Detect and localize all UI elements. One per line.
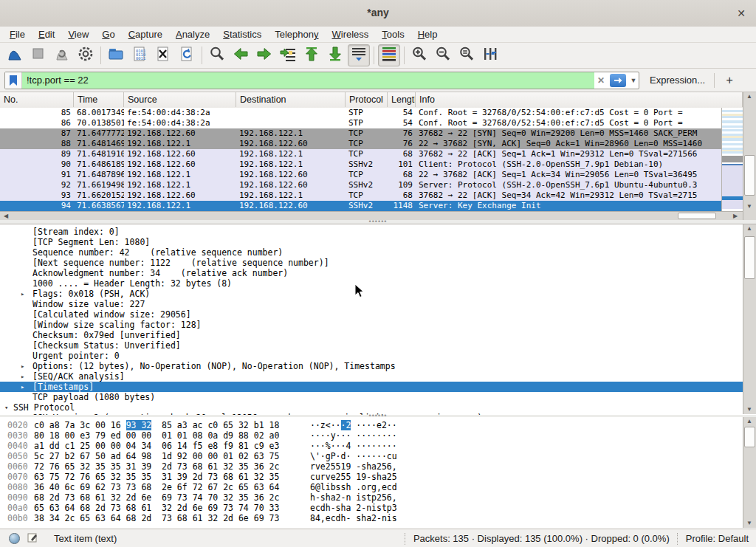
column-header-source[interactable]: Source: [124, 92, 236, 107]
menu-capture[interactable]: Capture: [122, 27, 169, 41]
packet-list-vscrollbar[interactable]: ▲ ▼: [743, 92, 756, 220]
scroll-thumb[interactable]: [678, 213, 716, 219]
bytes-vscrollbar[interactable]: ▲ ▼: [743, 417, 756, 528]
hex-bytes[interactable]: 63 75 72 76 65 32 35 35 31 39 2d 73 68 6…: [34, 472, 279, 482]
detail-line[interactable]: Urgent pointer: 0: [0, 351, 743, 361]
scroll-thumb[interactable]: [744, 236, 755, 279]
detail-line[interactable]: ▸Options: (12 bytes), No-Operation (NOP)…: [0, 361, 743, 371]
hex-bytes[interactable]: 38 34 2c 65 63 64 68 2d 73 68 61 32 2d 6…: [34, 513, 279, 523]
scroll-thumb[interactable]: [744, 155, 755, 196]
column-header-length[interactable]: Length: [388, 92, 416, 107]
packet-row-94[interactable]: 9471.663856741192.168.122.1192.168.122.6…: [0, 201, 721, 211]
menu-telephony[interactable]: Telephony: [268, 27, 325, 41]
detail-line[interactable]: Sequence number: 42 (relative sequence n…: [0, 247, 743, 258]
hex-row-0050[interactable]: 00505c 27 b2 67 50 ad 64 98 1d 92 00 00 …: [0, 451, 743, 461]
hex-row-0080[interactable]: 008036 40 6c 69 62 73 73 68 2e 6f 72 67 …: [0, 482, 743, 492]
hex-ascii[interactable]: ···%···4 ········: [310, 441, 397, 451]
stop-capture-button[interactable]: [27, 44, 49, 66]
detail-line[interactable]: ▸[SEQ/ACK analysis]: [0, 371, 743, 382]
restart-capture-button[interactable]: [51, 44, 73, 66]
hex-bytes[interactable]: 72 76 65 32 35 35 31 39 2d 73 68 61 32 3…: [34, 461, 279, 472]
hex-ascii[interactable]: 84,ecdh- sha2-nis: [310, 513, 397, 523]
capture-options-button[interactable]: [75, 44, 97, 66]
capture-comment-icon[interactable]: [27, 532, 38, 545]
reload-file-button[interactable]: [176, 44, 198, 66]
zoom-out-button[interactable]: [432, 44, 454, 66]
hex-ascii[interactable]: \'·gP·d· ······cu: [310, 451, 397, 461]
detail-line[interactable]: [Calculated window size: 29056]: [0, 309, 743, 320]
hex-ascii[interactable]: rve25519 -sha256,: [310, 461, 397, 472]
save-file-button[interactable]: 010101100011: [128, 44, 151, 66]
hex-row-00b0[interactable]: 00b038 34 2c 65 63 64 68 2d 73 68 61 32 …: [0, 513, 743, 523]
packet-row-91[interactable]: 9171.648789678192.168.122.1192.168.122.6…: [0, 170, 721, 180]
hex-row-0060[interactable]: 006072 76 65 32 35 35 31 39 2d 73 68 61 …: [0, 461, 743, 472]
hex-ascii[interactable]: curve255 19-sha25: [310, 472, 397, 482]
filter-bookmark-button[interactable]: [5, 72, 22, 89]
detail-line[interactable]: [Stream index: 0]: [0, 227, 743, 237]
menu-wireless[interactable]: Wireless: [326, 27, 376, 41]
go-first-button[interactable]: [300, 44, 323, 66]
hex-ascii[interactable]: 6@libssh .org,ecd: [310, 482, 397, 492]
detail-line[interactable]: Checksum: 0x79ed [unverified]: [0, 330, 743, 340]
detail-line[interactable]: ▾SSH Protocol: [0, 402, 743, 413]
hex-bytes[interactable]: a1 dd c1 25 00 00 04 34 06 14 f5 e8 f9 8…: [34, 441, 279, 451]
start-capture-button[interactable]: [4, 44, 26, 66]
menu-tools[interactable]: Tools: [375, 27, 410, 41]
clear-filter-icon[interactable]: ✕: [594, 75, 608, 86]
close-file-button[interactable]: [152, 44, 174, 66]
scroll-up-icon[interactable]: ▲: [743, 224, 755, 233]
menu-go[interactable]: Go: [95, 27, 121, 41]
go-forward-button[interactable]: [253, 44, 275, 66]
expert-info-icon[interactable]: [9, 533, 20, 544]
expression-button[interactable]: Expression...: [650, 75, 705, 86]
hex-row-0040[interactable]: 0040a1 dd c1 25 00 00 04 34 06 14 f5 e8 …: [0, 441, 743, 451]
detail-line[interactable]: [Next sequence number: 1122 (relative se…: [0, 258, 743, 268]
scroll-down-icon[interactable]: ▼: [743, 519, 755, 528]
resize-columns-button[interactable]: [479, 44, 501, 66]
close-window-button[interactable]: ✕: [734, 6, 749, 21]
hex-bytes[interactable]: 80 18 00 e3 79 ed 00 00 01 01 08 0a d9 8…: [34, 430, 279, 441]
column-header-protocol[interactable]: Protocol: [346, 92, 388, 107]
scroll-down-icon[interactable]: ▼: [743, 405, 755, 414]
filter-dropdown-caret-icon[interactable]: ▼: [628, 77, 639, 84]
scroll-up-icon[interactable]: ▲: [743, 417, 755, 426]
expanded-arrow-icon[interactable]: ▾: [4, 402, 8, 413]
status-profile[interactable]: Profile: Default: [686, 533, 749, 544]
hex-bytes[interactable]: 36 40 6c 69 62 73 73 68 2e 6f 72 67 2c 6…: [34, 482, 279, 492]
hex-ascii[interactable]: ecdh-sha 2-nistp3: [310, 503, 397, 513]
go-last-button[interactable]: [324, 44, 346, 66]
hex-row-00a0[interactable]: 00a065 63 64 68 2d 73 68 61 32 2d 6e 69 …: [0, 503, 743, 513]
detail-line[interactable]: [TCP Segment Len: 1080]: [0, 237, 743, 247]
details-vscrollbar[interactable]: ▲ ▼: [743, 224, 756, 414]
display-filter-input[interactable]: [22, 72, 594, 89]
menu-file[interactable]: File: [3, 27, 32, 41]
detail-line[interactable]: Window size value: 227: [0, 299, 743, 309]
hex-ascii[interactable]: h-sha2-n istp256,: [310, 492, 397, 503]
detail-line[interactable]: [Window size scaling factor: 128]: [0, 320, 743, 330]
hex-bytes[interactable]: c0 a8 7a 3c 00 16 93 32 85 a3 ac c0 65 3…: [34, 420, 279, 430]
packet-row-85[interactable]: 8568.001734936fe:54:00:d4:38:2aSTP54Conf…: [0, 108, 721, 118]
hex-bytes[interactable]: 65 63 64 68 2d 73 68 61 32 2d 6e 69 73 7…: [34, 503, 279, 513]
hex-row-0020[interactable]: 0020c0 a8 7a 3c 00 16 93 32 85 a3 ac c0 …: [0, 420, 743, 430]
hex-ascii[interactable]: ··z<···2 ····e2··: [310, 420, 397, 430]
packet-row-93[interactable]: 9371.662015274192.168.122.60192.168.122.…: [0, 190, 721, 201]
open-file-button[interactable]: [105, 44, 127, 66]
packet-row-87[interactable]: 8771.647777234192.168.122.60192.168.122.…: [0, 128, 721, 139]
colorize-button[interactable]: [378, 44, 400, 66]
go-back-button[interactable]: [230, 44, 252, 66]
find-packet-button[interactable]: [206, 44, 228, 66]
detail-line[interactable]: ▸[Timestamps]: [0, 382, 743, 392]
collapsed-arrow-icon[interactable]: ▸: [21, 361, 24, 371]
collapsed-arrow-icon[interactable]: ▸: [21, 382, 24, 392]
column-header-no[interactable]: No.: [0, 92, 74, 107]
column-header-info[interactable]: Info: [416, 92, 743, 107]
zoom-in-button[interactable]: [408, 44, 430, 66]
menu-edit[interactable]: Edit: [32, 27, 61, 41]
packet-row-92[interactable]: 9271.661949820192.168.122.1192.168.122.6…: [0, 180, 721, 190]
zoom-original-button[interactable]: [456, 44, 478, 66]
packet-row-86[interactable]: 8670.013850163fe:54:00:d4:38:2aSTP54Conf…: [0, 118, 721, 128]
column-header-destination[interactable]: Destination: [236, 92, 346, 107]
menu-analyze[interactable]: Analyze: [169, 27, 216, 41]
detail-line[interactable]: Acknowledgment number: 34 (relative ack …: [0, 268, 743, 278]
packet-row-88[interactable]: 8871.648146932192.168.122.1192.168.122.6…: [0, 139, 721, 149]
